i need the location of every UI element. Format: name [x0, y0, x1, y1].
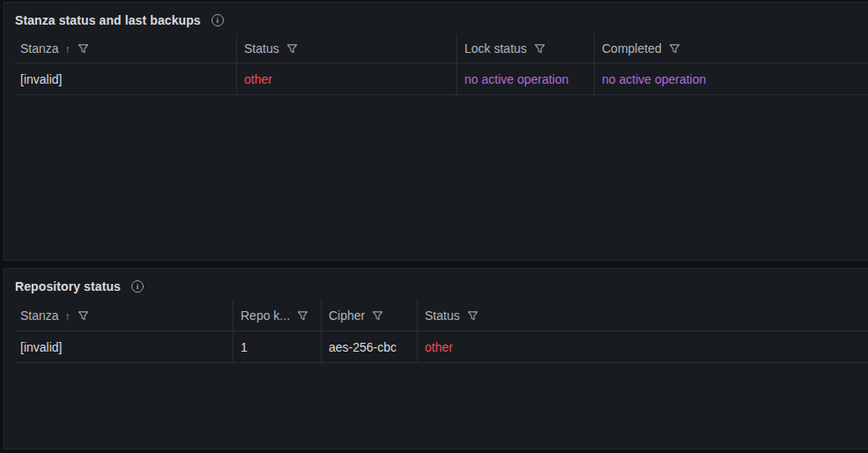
panel-title: Repository status — [15, 279, 121, 293]
cell-completed: no active operation — [594, 63, 725, 94]
cell-stanza: [invalid] — [15, 331, 233, 362]
column-header-stanza[interactable]: Stanza ↑ — [15, 301, 233, 330]
column-label: Lock status — [464, 41, 527, 56]
panel-stanza-status: Stanza status and last backups i Stanza … — [4, 2, 868, 261]
panel-header[interactable]: Stanza status and last backups i — [4, 3, 868, 31]
cell-stanza: [invalid] — [15, 63, 236, 94]
cell-status: other — [417, 331, 638, 362]
filter-icon[interactable] — [669, 43, 680, 55]
filter-icon[interactable] — [286, 43, 298, 55]
sort-ascending-icon: ↑ — [65, 42, 71, 56]
filter-icon[interactable] — [78, 310, 89, 322]
sort-ascending-icon: ↑ — [65, 309, 71, 323]
stanza-status-table: Stanza ↑ Status Lock status Completed [i… — [15, 34, 868, 95]
column-header-stanza[interactable]: Stanza ↑ — [15, 34, 236, 63]
filter-icon[interactable] — [372, 310, 383, 322]
column-label: Completed — [602, 41, 662, 56]
column-header-status[interactable]: Status — [236, 34, 456, 63]
cell-status: other — [236, 63, 456, 94]
filter-icon[interactable] — [78, 43, 89, 55]
filter-icon[interactable] — [467, 310, 479, 322]
table-header-row: Stanza ↑ Repo k... Cipher Status — [15, 301, 868, 331]
table-row: [invalid] other no active operation no a… — [15, 63, 868, 95]
column-header-repo-key[interactable]: Repo k... — [233, 301, 321, 330]
panel-header[interactable]: Repository status i — [4, 269, 868, 297]
column-header-cipher[interactable]: Cipher — [321, 301, 417, 330]
info-icon[interactable]: i — [131, 280, 144, 293]
cell-cipher: aes-256-cbc — [321, 331, 417, 362]
cell-repo-key: 1 — [233, 331, 321, 362]
column-header-lock-status[interactable]: Lock status — [456, 34, 594, 63]
column-label: Cipher — [329, 308, 365, 323]
column-label: Repo k... — [241, 308, 290, 323]
filter-icon[interactable] — [534, 43, 545, 55]
info-icon[interactable]: i — [211, 14, 224, 26]
column-label: Stanza — [20, 308, 59, 323]
panel-repository-status: Repository status i Stanza ↑ Repo k... C… — [4, 268, 868, 449]
column-label: Status — [425, 308, 460, 323]
column-label: Stanza — [20, 41, 59, 56]
table-header-row: Stanza ↑ Status Lock status Completed — [15, 34, 868, 63]
column-header-completed[interactable]: Completed — [594, 34, 725, 63]
table-row: [invalid] 1 aes-256-cbc other — [15, 331, 868, 363]
column-header-status[interactable]: Status — [417, 301, 638, 330]
filter-icon[interactable] — [297, 310, 308, 322]
cell-lock-status: no active operation — [456, 63, 594, 94]
panel-title: Stanza status and last backups — [15, 13, 201, 27]
repository-status-table: Stanza ↑ Repo k... Cipher Status [invali… — [15, 301, 868, 363]
column-label: Status — [244, 41, 279, 56]
